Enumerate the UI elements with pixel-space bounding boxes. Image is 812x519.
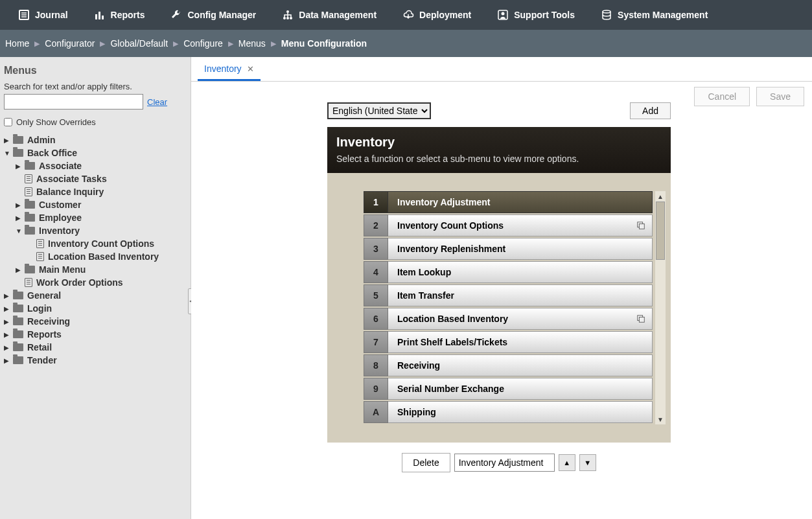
- menu-label: Inventory Adjustment: [388, 191, 653, 213]
- svg-point-13: [603, 10, 610, 13]
- breadcrumb-item[interactable]: Configure: [182, 38, 224, 49]
- folder-icon: [25, 201, 35, 209]
- tree-item-retail[interactable]: ▶Retail: [4, 341, 187, 354]
- tree-item-customer[interactable]: ▶Customer: [4, 198, 187, 211]
- tree-arrow-icon[interactable]: ▼: [16, 227, 23, 235]
- breadcrumb-item[interactable]: Home: [4, 38, 30, 49]
- chevron-right-icon: ▶: [96, 40, 109, 48]
- tree-item-location-based-inventory[interactable]: Location Based Inventory: [4, 250, 187, 263]
- tree-item-inventory-count-options[interactable]: Inventory Count Options: [4, 237, 187, 250]
- nav-journal[interactable]: Journal: [5, 0, 81, 30]
- nav-config-manager[interactable]: Config Manager: [157, 0, 269, 30]
- save-button[interactable]: Save: [756, 87, 804, 106]
- menu-item-inventory-adjustment[interactable]: 1Inventory Adjustment: [364, 191, 653, 213]
- menu-item-shipping[interactable]: AShipping: [364, 401, 653, 423]
- nav-reports[interactable]: Reports: [81, 0, 158, 30]
- menu-item-receiving[interactable]: 8Receiving: [364, 354, 653, 376]
- tree-item-inventory[interactable]: ▼Inventory: [4, 224, 187, 237]
- file-icon: [36, 239, 44, 248]
- tree-item-tender[interactable]: ▶Tender: [4, 354, 187, 367]
- tree-item-associate[interactable]: ▶Associate: [4, 159, 187, 172]
- menu-item-inventory-count-options[interactable]: 2Inventory Count Options: [364, 214, 653, 236]
- tree-item-work-order-options[interactable]: Work Order Options: [4, 276, 187, 289]
- tree-item-back-office[interactable]: ▼Back Office: [4, 146, 187, 159]
- content-area: Inventory ✕ Cancel Save English (United …: [191, 57, 812, 519]
- tree-arrow-icon[interactable]: ▶: [4, 357, 12, 364]
- tree-arrow-icon[interactable]: ▼: [4, 150, 12, 157]
- folder-icon: [25, 162, 35, 170]
- wrench-icon: [170, 9, 182, 21]
- tree-label: Associate: [39, 161, 82, 171]
- tree-arrow-icon[interactable]: ▶: [16, 202, 23, 209]
- scroll-down-icon[interactable]: ▼: [655, 414, 666, 424]
- tree-label: Associate Tasks: [36, 174, 107, 184]
- tree-arrow-icon[interactable]: ▶: [4, 292, 12, 299]
- reports-icon: [94, 9, 106, 21]
- nav-label: Reports: [111, 10, 145, 20]
- hierarchy-icon: [282, 9, 294, 21]
- menu-number: 7: [364, 331, 388, 353]
- file-icon: [25, 174, 32, 183]
- tree-item-reports[interactable]: ▶Reports: [4, 328, 187, 341]
- scrollbar[interactable]: ▲ ▼: [655, 191, 666, 424]
- chevron-right-icon: ▶: [169, 40, 182, 48]
- close-icon[interactable]: ✕: [247, 64, 254, 74]
- submenu-icon: [636, 221, 645, 230]
- tree-item-general[interactable]: ▶General: [4, 289, 187, 302]
- menu-item-item-lookup[interactable]: 4Item Lookup: [364, 261, 653, 283]
- scroll-up-icon[interactable]: ▲: [655, 191, 666, 202]
- svg-rect-5: [99, 12, 100, 19]
- menu-label: Serial Number Exchange: [388, 378, 653, 400]
- tree-arrow-icon[interactable]: ▶: [4, 305, 12, 312]
- language-select[interactable]: English (United States): [327, 102, 431, 119]
- nav-support-tools[interactable]: Support Tools: [484, 0, 588, 30]
- tree-arrow-icon[interactable]: ▶: [4, 318, 12, 325]
- tree-item-associate-tasks[interactable]: Associate Tasks: [4, 172, 187, 185]
- tree-label: Back Office: [27, 148, 77, 158]
- folder-icon: [25, 266, 35, 273]
- svg-rect-4: [95, 14, 97, 19]
- add-button[interactable]: Add: [630, 102, 671, 119]
- file-icon: [25, 278, 32, 287]
- cancel-button[interactable]: Cancel: [694, 87, 750, 106]
- tree-item-employee[interactable]: ▶Employee: [4, 211, 187, 224]
- tree-item-admin[interactable]: ▶Admin: [4, 133, 187, 146]
- menu-item-location-based-inventory[interactable]: 6Location Based Inventory: [364, 308, 653, 330]
- tree-arrow-icon[interactable]: ▶: [4, 331, 12, 338]
- sidebar: Menus Search for text and/or apply filte…: [0, 57, 191, 519]
- search-input[interactable]: [4, 94, 143, 110]
- clear-link[interactable]: Clear: [147, 97, 167, 107]
- tab-inventory[interactable]: Inventory ✕: [198, 58, 261, 81]
- breadcrumb-item[interactable]: Global/Default: [109, 38, 169, 49]
- tree-item-main-menu[interactable]: ▶Main Menu: [4, 263, 187, 276]
- nav-data-management[interactable]: Data Management: [269, 0, 389, 30]
- tree-label: Tender: [27, 355, 57, 365]
- tree-arrow-icon[interactable]: ▶: [4, 344, 12, 351]
- tree-arrow-icon[interactable]: ▶: [16, 266, 23, 273]
- menu-label: Item Transfer: [388, 284, 653, 306]
- tree-item-login[interactable]: ▶Login: [4, 302, 187, 315]
- delete-button[interactable]: Delete: [402, 453, 450, 472]
- scroll-thumb[interactable]: [656, 202, 665, 260]
- breadcrumb-item[interactable]: Menus: [237, 38, 267, 49]
- move-up-button[interactable]: ▲: [559, 454, 575, 471]
- breadcrumb-item[interactable]: Configurator: [43, 38, 96, 49]
- menu-item-serial-number-exchange[interactable]: 9Serial Number Exchange: [364, 378, 653, 400]
- nav-deployment[interactable]: Deployment: [389, 0, 484, 30]
- tree-item-receiving[interactable]: ▶Receiving: [4, 315, 187, 328]
- tree-label: Employee: [39, 213, 82, 223]
- menu-item-inventory-replenishment[interactable]: 3Inventory Replenishment: [364, 238, 653, 260]
- tree-arrow-icon[interactable]: ▶: [16, 214, 23, 222]
- move-down-button[interactable]: ▼: [579, 454, 596, 471]
- menu-item-print-shelf-labels-tickets[interactable]: 7Print Shelf Labels/Tickets: [364, 331, 653, 353]
- tree-label: Inventory Count Options: [48, 238, 154, 249]
- override-checkbox[interactable]: [4, 118, 12, 126]
- menu-label: Shipping: [388, 401, 653, 423]
- menu-item-item-transfer[interactable]: 5Item Transfer: [364, 284, 653, 306]
- tree-arrow-icon[interactable]: ▶: [4, 137, 12, 144]
- tree-label: Login: [27, 303, 52, 314]
- tree-arrow-icon[interactable]: ▶: [16, 163, 23, 170]
- tree-item-balance-inquiry[interactable]: Balance Inquiry: [4, 185, 187, 198]
- selected-item-input[interactable]: [454, 454, 555, 472]
- nav-system-management[interactable]: System Management: [588, 0, 721, 30]
